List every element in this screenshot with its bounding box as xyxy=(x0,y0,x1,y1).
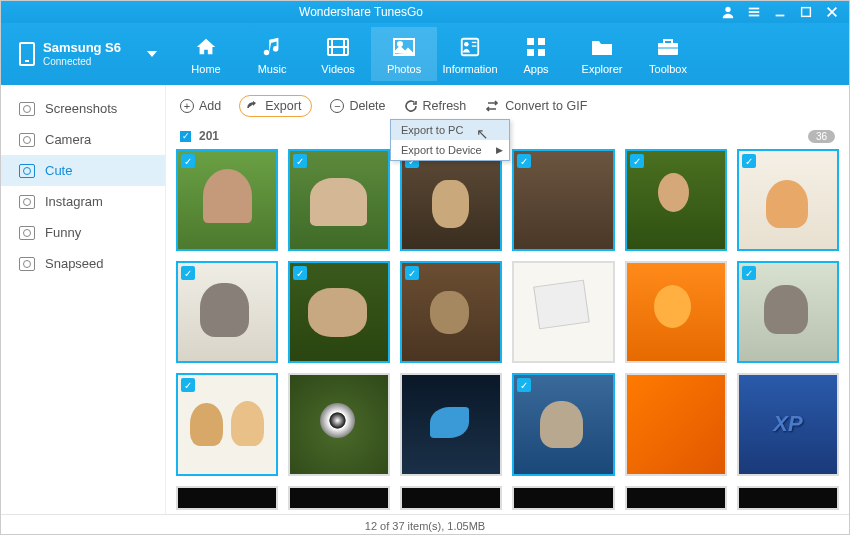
sidebar-item-label: Snapseed xyxy=(45,256,104,271)
nav-explorer[interactable]: Explorer xyxy=(569,27,635,81)
svg-rect-20 xyxy=(527,49,534,56)
photo-content xyxy=(739,488,837,508)
group-year: 201 xyxy=(199,129,219,143)
minimize-icon[interactable] xyxy=(773,5,787,19)
checkmark-icon: ✓ xyxy=(517,378,531,392)
status-bar: 12 of 37 item(s), 1.05MB xyxy=(1,514,849,535)
maximize-icon[interactable] xyxy=(799,5,813,19)
convert-gif-button[interactable]: Convert to GIF xyxy=(484,99,587,113)
photo-thumbnail[interactable]: ✓ xyxy=(512,149,614,251)
add-button[interactable]: +Add xyxy=(180,99,221,113)
sidebar-item-snapseed[interactable]: Snapseed xyxy=(1,248,165,279)
photo-thumbnail[interactable]: ✓ xyxy=(400,149,502,251)
sidebar-item-label: Screenshots xyxy=(45,101,117,116)
export-button[interactable]: Export xyxy=(239,95,312,117)
photo-thumbnail[interactable]: ✓ xyxy=(512,261,614,363)
convert-icon xyxy=(484,100,500,112)
title-bar: Wondershare TunesGo xyxy=(1,1,849,23)
camera-icon xyxy=(19,195,35,209)
sidebar-item-label: Cute xyxy=(45,163,72,178)
toolbox-icon xyxy=(635,33,701,61)
checkmark-icon: ✓ xyxy=(181,266,195,280)
nav-videos[interactable]: Videos xyxy=(305,27,371,81)
nav-information[interactable]: Information xyxy=(437,27,503,81)
status-text: 12 of 37 item(s), 1.05MB xyxy=(365,520,485,532)
checkmark-icon: ✓ xyxy=(181,154,195,168)
photo-thumbnail[interactable] xyxy=(288,486,390,510)
photo-thumbnail[interactable]: ✓ xyxy=(176,373,278,475)
photo-thumbnail[interactable]: ✓ xyxy=(512,373,614,475)
camera-icon xyxy=(19,164,35,178)
chevron-right-icon: ▶ xyxy=(496,145,503,155)
svg-point-15 xyxy=(464,42,469,47)
photo-thumbnail[interactable]: ✓ xyxy=(625,373,727,475)
photo-thumbnail[interactable]: ✓ xyxy=(400,261,502,363)
checkmark-icon: ✓ xyxy=(630,154,644,168)
photo-content xyxy=(514,263,612,361)
camera-icon xyxy=(19,133,35,147)
photo-content xyxy=(627,375,725,473)
sidebar-item-instagram[interactable]: Instagram xyxy=(1,186,165,217)
photo-thumbnail[interactable]: ✓ xyxy=(625,149,727,251)
sidebar-item-label: Instagram xyxy=(45,194,103,209)
checkmark-icon: ✓ xyxy=(742,266,756,280)
sidebar-item-cute[interactable]: Cute xyxy=(1,155,165,186)
export-to-device[interactable]: Export to Device▶ xyxy=(391,140,509,160)
sidebar: Screenshots Camera Cute Instagram Funny … xyxy=(1,85,166,514)
user-icon[interactable] xyxy=(721,5,735,19)
checkbox-icon[interactable]: ✓ xyxy=(180,131,191,142)
delete-button[interactable]: −Delete xyxy=(330,99,385,113)
photo-thumbnail[interactable]: ✓ xyxy=(400,373,502,475)
sidebar-item-camera[interactable]: Camera xyxy=(1,124,165,155)
svg-rect-5 xyxy=(802,8,811,17)
chevron-down-icon xyxy=(147,51,157,57)
photos-icon xyxy=(371,33,437,61)
device-status: Connected xyxy=(43,56,121,68)
sidebar-item-screenshots[interactable]: Screenshots xyxy=(1,93,165,124)
photo-thumbnail[interactable]: ✓ xyxy=(288,373,390,475)
photo-thumbnail[interactable] xyxy=(512,486,614,510)
photo-thumbnail[interactable] xyxy=(176,486,278,510)
device-selector[interactable]: Samsung S6 Connected xyxy=(1,40,173,68)
photo-thumbnail[interactable]: ✓ xyxy=(288,261,390,363)
information-icon xyxy=(437,33,503,61)
nav-music[interactable]: Music xyxy=(239,27,305,81)
checkmark-icon: ✓ xyxy=(405,266,419,280)
photo-content xyxy=(290,488,388,508)
photo-content xyxy=(178,488,276,508)
refresh-button[interactable]: Refresh xyxy=(404,99,467,113)
photo-thumbnail[interactable]: ✓ xyxy=(737,373,839,475)
sidebar-item-funny[interactable]: Funny xyxy=(1,217,165,248)
nav-toolbox[interactable]: Toolbox xyxy=(635,27,701,81)
nav-home[interactable]: Home xyxy=(173,27,239,81)
photo-thumbnail[interactable] xyxy=(737,486,839,510)
photo-thumbnail[interactable]: ✓ xyxy=(625,261,727,363)
photo-thumbnail[interactable]: ✓ xyxy=(288,149,390,251)
photo-thumbnail[interactable]: ✓ xyxy=(737,149,839,251)
nav-apps[interactable]: Apps xyxy=(503,27,569,81)
top-nav: Samsung S6 Connected Home Music Videos P… xyxy=(1,23,849,85)
photo-content xyxy=(514,488,612,508)
refresh-icon xyxy=(404,99,418,113)
sidebar-item-label: Funny xyxy=(45,225,81,240)
menu-icon[interactable] xyxy=(747,5,761,19)
photo-content xyxy=(627,488,725,508)
checkmark-icon: ✓ xyxy=(517,154,531,168)
photo-content xyxy=(739,375,837,473)
checkmark-icon: ✓ xyxy=(293,266,307,280)
photo-thumbnail[interactable]: ✓ xyxy=(737,261,839,363)
close-icon[interactable] xyxy=(825,5,839,19)
svg-rect-14 xyxy=(462,39,479,56)
export-to-pc[interactable]: Export to PC xyxy=(391,120,509,140)
camera-icon xyxy=(19,226,35,240)
photo-thumbnail[interactable] xyxy=(625,486,727,510)
photo-content xyxy=(402,375,500,473)
cursor-icon: ↖ xyxy=(476,125,489,143)
photo-thumbnail[interactable]: ✓ xyxy=(176,261,278,363)
photo-thumbnail[interactable] xyxy=(400,486,502,510)
toolbar: +Add Export −Delete Refresh Convert to G… xyxy=(166,85,849,127)
nav-photos[interactable]: Photos xyxy=(371,27,437,81)
photo-thumbnail[interactable]: ✓ xyxy=(176,149,278,251)
app-title: Wondershare TunesGo xyxy=(1,5,721,19)
svg-point-13 xyxy=(398,42,402,46)
